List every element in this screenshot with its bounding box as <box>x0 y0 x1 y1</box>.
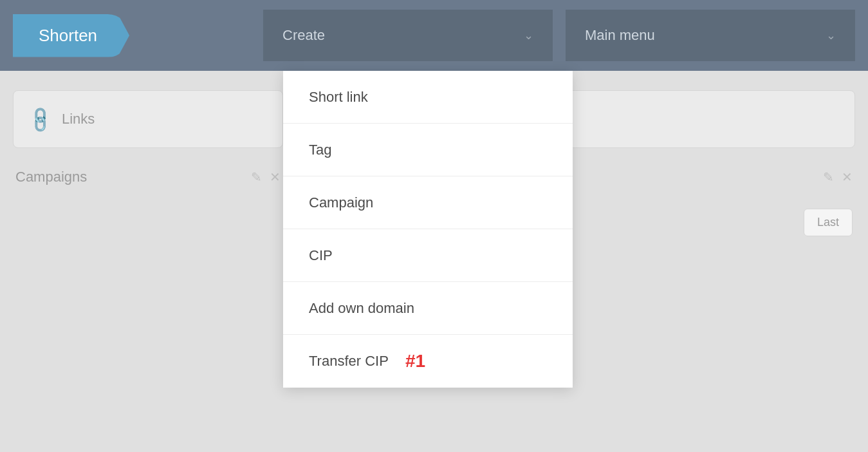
shorten-button[interactable]: Shorten <box>13 14 129 57</box>
menu-item-campaign[interactable]: Campaign <box>283 176 573 229</box>
links-label: Links <box>62 111 95 127</box>
add-own-domain-label: Add own domain <box>309 300 414 317</box>
cip-edit-icon[interactable]: ✎ <box>823 169 834 185</box>
menu-item-short-link[interactable]: Short link <box>283 71 573 124</box>
main-menu-dropdown-button[interactable]: Main menu ⌄ <box>566 10 855 61</box>
cip-close-icon[interactable]: ✕ <box>842 169 853 185</box>
tag-label: Tag <box>309 142 331 158</box>
edit-icon[interactable]: ✎ <box>251 169 262 185</box>
links-card[interactable]: 🔗 Links <box>13 90 283 148</box>
short-link-label: Short link <box>309 89 368 106</box>
last-button[interactable]: Last <box>804 209 853 236</box>
menu-item-cip[interactable]: CIP <box>283 229 573 282</box>
create-label: Create <box>282 27 325 44</box>
link-icon: 🔗 <box>24 104 55 135</box>
menu-item-add-own-domain[interactable]: Add own domain <box>283 282 573 335</box>
main-menu-label: Main menu <box>585 27 655 44</box>
create-dropdown-menu: Short link Tag Campaign CIP Add own doma… <box>283 71 573 388</box>
close-icon[interactable]: ✕ <box>270 169 281 185</box>
campaigns-row: Campaigns ✎ ✕ <box>13 158 283 196</box>
left-panel: 🔗 Links Campaigns ✎ ✕ <box>13 90 283 433</box>
campaigns-label: Campaigns <box>15 169 243 185</box>
cip-menu-label: CIP <box>309 247 333 264</box>
create-dropdown-button[interactable]: Create ⌄ <box>263 10 553 61</box>
transfer-cip-label: Transfer CIP <box>309 353 389 370</box>
transfer-cip-badge: #1 <box>405 351 425 372</box>
menu-item-transfer-cip[interactable]: Transfer CIP #1 <box>283 335 573 388</box>
menu-item-tag[interactable]: Tag <box>283 124 573 176</box>
header: Shorten Create ⌄ Main menu ⌄ <box>0 0 868 71</box>
chevron-down-icon: ⌄ <box>826 28 836 42</box>
chevron-down-icon: ⌄ <box>524 28 533 42</box>
campaign-label: Campaign <box>309 194 373 211</box>
